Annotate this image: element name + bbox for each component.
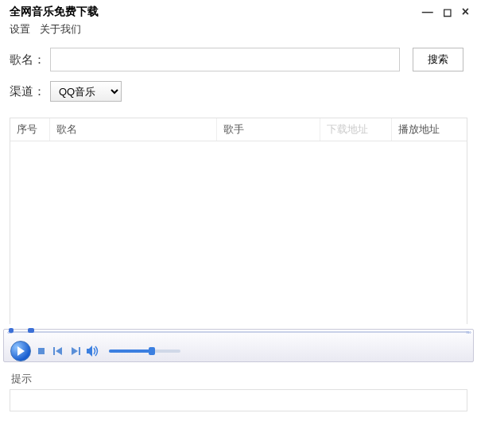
maximize-button[interactable]: ◻ [443,6,452,17]
svg-marker-0 [17,346,25,356]
next-track-button[interactable] [69,347,82,355]
forward-chevrons-icon: »» [466,329,470,336]
volume-button[interactable] [87,346,101,357]
menubar: 设置 关于我们 [0,21,477,43]
window-controls: — ◻ × [422,6,469,18]
search-button[interactable]: 搜索 [413,48,463,71]
svg-rect-1 [38,348,45,354]
minimize-button[interactable]: — [422,6,433,17]
play-icon [17,346,25,356]
menu-settings[interactable]: 设置 [10,22,30,37]
svg-marker-3 [56,347,62,355]
song-input[interactable] [50,48,400,71]
progress-line [9,331,468,333]
progress-knob[interactable] [28,328,34,333]
header-no[interactable]: 序号 [10,118,50,141]
header-play[interactable]: 播放地址 [392,118,467,141]
close-button[interactable]: × [462,6,469,18]
hint-box [10,389,467,411]
player-bar: «« »» [3,329,474,362]
volume-icon [87,346,101,357]
svg-marker-6 [87,346,92,357]
progress-track[interactable]: «« »» [9,330,468,334]
hint-label: 提示 [10,369,467,389]
stop-button[interactable] [36,347,47,355]
results-table: 序号 歌名 歌手 下载地址 播放地址 [10,118,467,324]
channel-label: 渠道： [10,84,45,99]
volume-fill [109,350,152,353]
progress-start-marker [9,328,14,333]
song-label: 歌名： [10,52,45,68]
svg-marker-4 [72,347,78,355]
header-song[interactable]: 歌名 [50,118,217,141]
volume-slider[interactable] [109,350,180,353]
prev-track-button[interactable] [52,347,64,355]
header-singer[interactable]: 歌手 [217,118,320,141]
volume-knob[interactable] [149,347,155,355]
play-button[interactable] [10,341,31,361]
channel-select[interactable]: QQ音乐 [50,81,122,102]
menu-about[interactable]: 关于我们 [40,22,81,37]
header-download[interactable]: 下载地址 [320,118,392,141]
svg-rect-5 [79,347,80,355]
window-title: 全网音乐免费下载 [10,5,99,19]
svg-rect-2 [53,347,55,355]
table-body [10,141,467,324]
